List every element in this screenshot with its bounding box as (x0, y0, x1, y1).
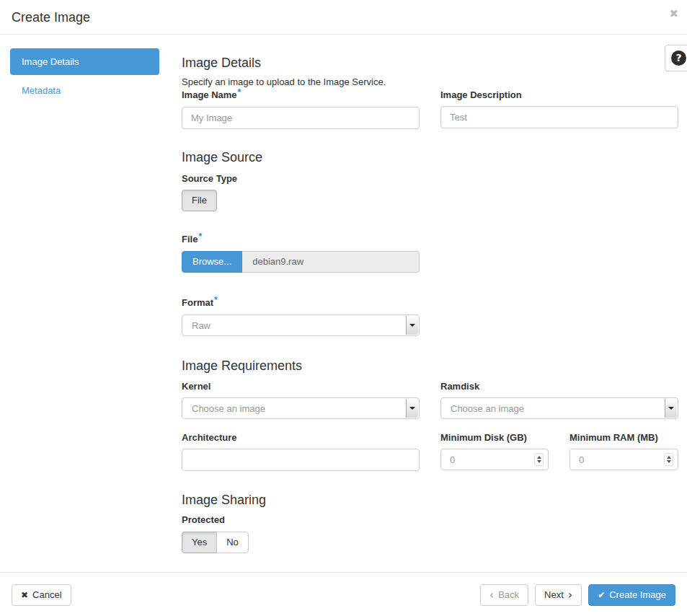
protected-label: Protected (182, 514, 678, 525)
cancel-button[interactable]: ✖ Cancel (12, 584, 71, 606)
source-type-file-button[interactable]: File (182, 190, 217, 211)
protected-toggle-group: Yes No (182, 532, 249, 553)
file-input-group: Browse... debian9.raw (182, 251, 420, 273)
architecture-minimums-row: Architecture Minimum Disk (GB) Minimum R… (182, 432, 678, 471)
close-icon[interactable]: ✖ (669, 6, 678, 21)
required-asterisk: * (198, 232, 202, 242)
selected-filename: debian9.raw (242, 251, 420, 273)
number-stepper[interactable] (534, 453, 544, 466)
image-details-heading: Image Details (182, 56, 678, 70)
chevron-left-icon: ‹ (489, 591, 494, 599)
image-name-label: Image Name* (182, 89, 420, 101)
minimum-disk-field (440, 449, 549, 470)
name-description-row: Image Name* Image Description (182, 89, 678, 129)
kernel-select-value: Choose an image (192, 403, 265, 414)
x-icon: ✖ (21, 590, 28, 600)
next-button[interactable]: Next › (535, 584, 582, 606)
protected-no-button[interactable]: No (216, 532, 249, 553)
number-stepper[interactable] (664, 453, 673, 466)
image-details-description: Specify an image to upload to the Image … (182, 76, 678, 88)
image-description-input[interactable] (440, 106, 678, 128)
ramdisk-label: Ramdisk (440, 381, 678, 392)
help-icon: ? (671, 50, 686, 66)
minimum-disk-label: Minimum Disk (GB) (440, 432, 549, 443)
image-requirements-heading: Image Requirements (182, 358, 678, 373)
minimum-ram-field (569, 449, 678, 470)
sidebar-item-metadata[interactable]: Metadata (10, 77, 159, 104)
wizard-content: Image Details Specify an image to upload… (182, 48, 678, 572)
minimum-disk-input[interactable] (440, 449, 549, 470)
check-icon: ✔ (598, 590, 605, 600)
minimum-ram-label: Minimum RAM (MB) (569, 432, 678, 443)
kernel-select[interactable]: Choose an image (182, 397, 420, 419)
architecture-label: Architecture (182, 432, 420, 443)
browse-button[interactable]: Browse... (182, 251, 242, 273)
format-select[interactable]: Raw (182, 314, 420, 336)
required-asterisk: * (214, 295, 218, 305)
chevron-down-icon (406, 316, 418, 335)
format-label: Format* (182, 297, 678, 309)
help-button[interactable]: ? (665, 45, 687, 71)
required-asterisk: * (238, 87, 241, 97)
modal-body: Image Details Metadata Image Details Spe… (0, 35, 687, 572)
image-sharing-heading: Image Sharing (182, 493, 678, 507)
chevron-down-icon (406, 399, 418, 418)
minimum-ram-input[interactable] (569, 449, 678, 470)
chevron-down-icon (665, 399, 677, 418)
wizard-sidebar: Image Details Metadata (10, 48, 159, 572)
sidebar-item-image-details[interactable]: Image Details (10, 48, 159, 75)
chevron-right-icon: › (568, 591, 572, 599)
image-description-label: Image Description (440, 89, 678, 100)
wizard-nav-buttons: ‹ Back Next › ✔ Create Image (480, 584, 675, 606)
ramdisk-select-value: Choose an image (451, 403, 524, 414)
image-source-heading: Image Source (182, 150, 678, 164)
kernel-ramdisk-row: Kernel Choose an image Ramdisk Choose an… (182, 381, 678, 419)
create-image-modal: Create Image ✖ Image Details Metadata Im… (0, 0, 687, 616)
back-button[interactable]: ‹ Back (480, 584, 528, 606)
architecture-input[interactable] (182, 449, 420, 471)
format-select-value: Raw (192, 320, 210, 331)
image-name-input[interactable] (182, 107, 420, 129)
modal-footer: ✖ Cancel ‹ Back Next › ✔ Create Image (0, 572, 687, 616)
source-type-label: Source Type (182, 173, 678, 184)
file-label: File* (182, 234, 678, 245)
kernel-label: Kernel (182, 381, 420, 392)
modal-header: Create Image ✖ (0, 0, 687, 35)
ramdisk-select[interactable]: Choose an image (440, 397, 678, 419)
protected-yes-button[interactable]: Yes (182, 532, 217, 553)
create-image-button[interactable]: ✔ Create Image (588, 584, 675, 606)
modal-title: Create Image (12, 9, 675, 25)
